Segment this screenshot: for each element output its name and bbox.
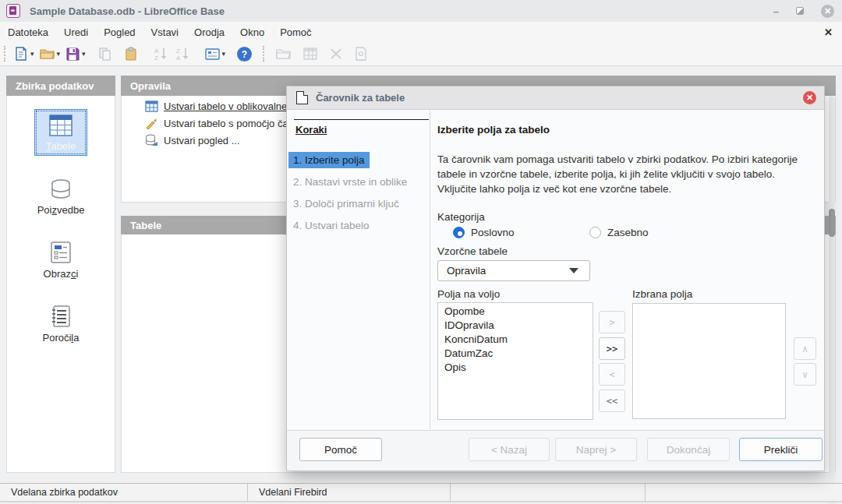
dialog-document-icon <box>296 91 308 104</box>
open-button[interactable]: ▾ <box>37 44 63 64</box>
open-dropdown-arrow-icon[interactable]: ▾ <box>57 50 61 58</box>
sidebar-item-tables[interactable]: Tabele <box>7 109 115 156</box>
menu-datoteka[interactable]: Datoteka <box>0 23 56 41</box>
open-icon <box>39 46 55 62</box>
step-2-set-types[interactable]: 2. Nastavi vrste in oblike <box>288 174 412 190</box>
form-view-dropdown-arrow-icon[interactable]: ▾ <box>222 50 226 58</box>
save-button[interactable]: ▾ <box>62 44 88 64</box>
close-document-icon[interactable]: ✕ <box>824 26 833 38</box>
svg-text:A: A <box>154 48 159 55</box>
menu-vstavi[interactable]: Vstavi <box>143 23 186 41</box>
step-3-primary-key[interactable]: 3. Določi primarni ključ <box>288 196 404 212</box>
radio-business-icon[interactable] <box>453 227 465 238</box>
sidebar-header: Zbirka podatkov <box>6 76 115 96</box>
menu-pogled[interactable]: Pogled <box>96 23 143 41</box>
database-sidebar: Zbirka podatkov Tabele <box>6 76 115 473</box>
rename-button <box>352 44 370 64</box>
status-driver: Vdelani Firebird <box>248 484 451 501</box>
dialog-heading: Izberite polja za tabelo <box>437 124 550 136</box>
toolbar-grip-icon[interactable] <box>4 46 8 62</box>
list-item[interactable]: DatumZac <box>438 347 593 361</box>
new-dropdown-arrow-icon[interactable]: ▾ <box>30 50 34 58</box>
save-dropdown-arrow-icon[interactable]: ▾ <box>82 50 86 58</box>
sort-descending-icon: Z A <box>175 46 192 62</box>
sidebar-item-reports[interactable]: Poročila <box>7 299 115 347</box>
tables-icon <box>49 115 73 136</box>
new-document-icon <box>13 46 29 62</box>
toolbar-grip-icon[interactable] <box>263 46 267 62</box>
move-down-button: ∨ <box>794 363 816 386</box>
save-icon <box>65 46 80 62</box>
menu-uredi[interactable]: Uredi <box>56 23 96 41</box>
help-button-dialog[interactable]: Pomoč <box>299 438 382 461</box>
view-icon <box>145 134 158 146</box>
step-4-create-table[interactable]: 4. Ustvari tabelo <box>288 217 374 234</box>
sidebar-item-label: Tabele <box>46 140 76 152</box>
app-window: Sample Database.odb - LibreOffice Base –… <box>0 0 842 504</box>
sidebar-item-label: Obrazci <box>44 268 79 280</box>
menu-okno[interactable]: Okno <box>232 23 272 41</box>
statusbar: Vdelana zbirka podatkov Vdelani Firebird <box>0 483 842 502</box>
task-label: Ustvari pogled ... <box>164 135 240 146</box>
radio-personal-icon[interactable] <box>589 227 601 238</box>
status-cell-empty <box>646 484 842 501</box>
window-title: Sample Database.odb - LibreOffice Base <box>30 5 225 17</box>
add-all-button[interactable]: >> <box>599 337 625 360</box>
sample-tables-select[interactable]: Opravila <box>437 260 590 281</box>
close-icon[interactable]: ✕ <box>821 5 834 18</box>
open-database-object-button <box>273 44 294 64</box>
dialog-vertical-separator <box>430 111 430 429</box>
minimize-icon[interactable]: – <box>773 6 779 16</box>
rename-icon <box>354 46 368 62</box>
cancel-button[interactable]: Prekliči <box>739 438 823 461</box>
step-1-select-fields[interactable]: 1. Izberite polja <box>288 152 370 168</box>
back-button: < Nazaj <box>469 438 550 461</box>
dialog-footer: Pomoč < Nazaj Naprej > Dokončaj Prekliči <box>287 430 824 471</box>
sidebar-item-label: Poizvedbe <box>37 204 85 216</box>
new-document-button[interactable]: ▾ <box>11 44 37 64</box>
remove-one-button: < <box>599 363 625 386</box>
delete-icon <box>329 47 343 61</box>
table-design-icon <box>145 100 158 112</box>
titlebar: Sample Database.odb - LibreOffice Base –… <box>0 0 842 22</box>
remove-all-button[interactable]: << <box>599 389 625 412</box>
dialog-titlebar[interactable]: Čarovnik za tabele ✕ <box>287 86 824 110</box>
menu-orodja[interactable]: Orodja <box>186 23 232 41</box>
list-item[interactable]: Opis <box>438 361 593 375</box>
list-item[interactable]: IDOpravila <box>438 319 593 333</box>
sidebar-item-forms[interactable]: Obrazci <box>7 235 115 284</box>
list-item[interactable]: KoncniDatum <box>438 333 593 347</box>
sort-ascending-button: A Z <box>150 44 172 64</box>
radio-personal[interactable]: Zasebno <box>589 227 649 238</box>
dialog-close-icon[interactable]: ✕ <box>803 91 816 104</box>
vertical-scrollbar[interactable] <box>829 96 835 504</box>
sidebar-item-queries[interactable]: Poizvedbe <box>7 173 115 220</box>
open-database-object-icon <box>275 46 292 62</box>
finish-button: Dokončaj <box>647 438 730 461</box>
radio-business[interactable]: Poslovno <box>453 227 515 238</box>
restore-icon[interactable] <box>796 7 804 15</box>
menubar: Datoteka Uredi Pogled Vstavi Orodja Okno… <box>0 22 842 42</box>
help-button[interactable]: ? <box>234 44 255 64</box>
selected-fields-label: Izbrana polja <box>632 288 692 300</box>
sort-ascending-icon: A Z <box>153 46 170 62</box>
available-fields-list[interactable]: Opombe IDOpravila KoncniDatum DatumZac O… <box>437 302 593 420</box>
scrollbar-thumb[interactable] <box>829 209 835 237</box>
available-fields-label: Polja na voljo <box>437 288 500 300</box>
form-view-button[interactable]: ▾ <box>202 44 228 64</box>
sample-tables-value: Opravila <box>447 265 486 277</box>
forms-icon <box>50 241 72 264</box>
reports-icon <box>50 305 72 328</box>
selected-fields-list[interactable] <box>632 303 786 419</box>
paste-button[interactable] <box>121 44 141 64</box>
toolbar: ▾ ▾ ▾ <box>0 42 842 66</box>
paste-icon <box>123 46 139 62</box>
sort-descending-button: Z A <box>172 44 194 64</box>
menu-pomoc[interactable]: Pomoč <box>272 23 319 41</box>
list-item[interactable]: Opombe <box>438 303 593 319</box>
libreoffice-base-app-icon <box>6 4 20 18</box>
steps-header: Koraki <box>295 124 327 136</box>
wizard-icon <box>145 117 158 129</box>
help-icon: ? <box>236 46 253 62</box>
svg-text:Z: Z <box>154 55 158 62</box>
